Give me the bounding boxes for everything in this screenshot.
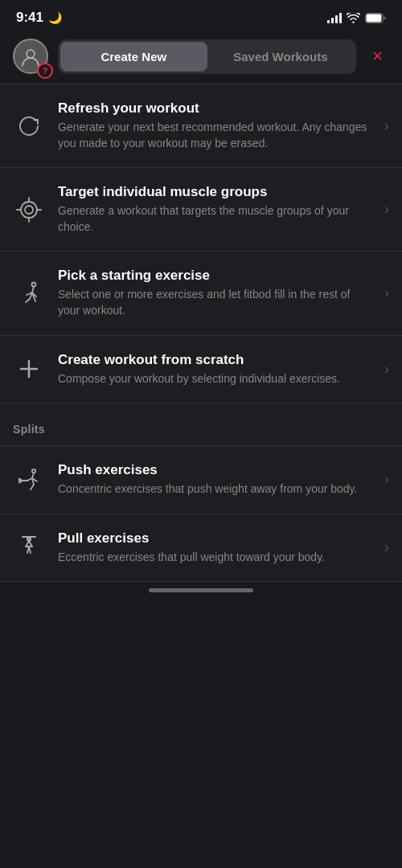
chevron-pull: › [384,539,389,556]
chevron-pick: › [384,285,389,301]
tab-create-new[interactable]: Create New [60,42,207,72]
menu-item-pull[interactable]: Pull exercises Eccentric exercises that … [0,514,402,582]
refresh-icon [13,110,45,142]
wifi-icon [347,13,360,23]
menu-desc-target: Generate a workout that targets the musc… [58,203,371,235]
svg-line-31 [29,541,32,547]
chevron-scratch: › [384,361,389,378]
menu-list: Refresh your workout Generate your next … [0,84,402,582]
plus-icon [13,353,45,385]
splits-label: Splits [0,403,402,445]
status-icons [327,12,386,23]
chevron-push: › [384,471,389,488]
person-exercise-icon [13,277,45,309]
signal-icon [327,12,342,23]
menu-title-push: Push exercises [58,462,371,478]
segment-control: Create New Saved Workouts [58,39,356,74]
menu-text-scratch: Create workout from scratch Compose your… [58,352,371,387]
menu-desc-pick: Select one or more exercises and let fit… [58,287,371,318]
svg-line-19 [32,473,34,478]
home-bar [149,588,253,592]
menu-text-pull: Pull exercises Eccentric exercises that … [58,530,371,566]
svg-line-30 [26,541,29,547]
home-indicator [0,582,402,602]
svg-point-4 [25,206,33,214]
chevron-refresh: › [384,117,389,134]
close-button[interactable]: × [366,44,389,68]
menu-text-push: Push exercises Concentric exercises that… [58,462,371,497]
svg-point-3 [21,202,37,218]
status-bar: 9:41 🌙 [0,0,402,32]
help-badge[interactable]: ? [37,63,53,79]
menu-desc-push: Concentric exercises that push weight aw… [58,481,371,497]
svg-rect-26 [18,477,20,483]
menu-desc-pull: Eccentric exercises that pull weight tow… [58,550,371,566]
target-icon [13,194,45,226]
splits-section: Splits Push exe [0,403,402,582]
menu-item-scratch[interactable]: Create workout from scratch Compose your… [0,336,402,403]
svg-rect-1 [367,14,382,22]
menu-title-pull: Pull exercises [58,530,371,547]
svg-line-33 [29,547,31,553]
chevron-target: › [384,201,389,218]
menu-item-refresh[interactable]: Refresh your workout Generate your next … [0,84,402,167]
menu-text-refresh: Refresh your workout Generate your next … [58,100,371,151]
svg-line-22 [31,485,34,489]
menu-item-pick[interactable]: Pick a starting exercise Select one or m… [0,252,402,334]
menu-title-scratch: Create workout from scratch [58,352,371,368]
svg-line-20 [27,478,32,481]
menu-title-refresh: Refresh your workout [58,100,371,117]
header: ? Create New Saved Workouts × [0,32,402,84]
svg-line-10 [32,286,34,293]
moon-icon: 🌙 [48,11,62,24]
menu-text-target: Target individual muscle groups Generate… [58,184,371,235]
tab-saved-workouts[interactable]: Saved Workouts [207,42,355,72]
menu-title-target: Target individual muscle groups [58,184,371,200]
menu-item-push[interactable]: Push exercises Concentric exercises that… [0,446,402,514]
menu-desc-refresh: Generate your next best recommended work… [58,120,371,151]
svg-line-14 [26,299,30,302]
menu-text-pick: Pick a starting exercise Select one or m… [58,268,371,318]
menu-item-target[interactable]: Target individual muscle groups Generate… [0,168,402,251]
help-icon: ? [43,66,48,76]
push-icon [13,464,45,496]
battery-icon [365,13,386,23]
status-time: 9:41 [16,10,43,26]
menu-title-pick: Pick a starting exercise [58,268,371,284]
svg-point-2 [27,50,35,58]
pull-icon [13,532,45,564]
menu-desc-scratch: Compose your workout by selecting indivi… [58,371,371,387]
